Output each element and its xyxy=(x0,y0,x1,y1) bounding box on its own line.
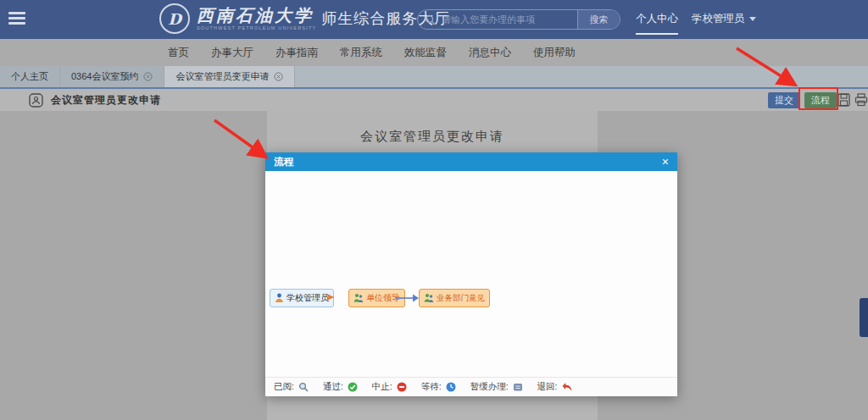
nav-item-supervision[interactable]: 效能监督 xyxy=(404,46,447,60)
tab-label: 会议室管理员变更申请 xyxy=(175,70,269,83)
flow-modal: 流程 × 学校管理员 ➤ 单位领导 业务部门意见 已阅: xyxy=(265,152,677,396)
legend-label: 中止: xyxy=(372,381,392,393)
flow-button[interactable]: 流程 xyxy=(804,92,837,108)
caret-down-icon xyxy=(749,17,756,21)
modal-title: 流程 xyxy=(274,156,293,169)
university-name-en: SOUTHWEST PETROLEUM UNIVERSITY xyxy=(197,26,316,31)
flow-node-label: 业务部门意见 xyxy=(437,293,485,304)
group-icon xyxy=(424,293,434,303)
search-button[interactable]: 搜索 xyxy=(577,10,620,29)
return-arrow-icon xyxy=(562,382,573,392)
tab-label: 个人主页 xyxy=(11,70,48,83)
search-bar: 搜索 xyxy=(417,9,620,30)
legend-label: 已阅: xyxy=(274,381,294,393)
role-dropdown-label: 学校管理员 xyxy=(692,12,745,26)
nav-item-guide[interactable]: 办事指南 xyxy=(275,46,318,60)
nav-item-systems[interactable]: 常用系统 xyxy=(340,46,382,60)
flow-node-label: 单位领导 xyxy=(366,292,400,304)
legend-terminated: 中止: xyxy=(372,381,407,393)
submit-button[interactable]: 提交 xyxy=(768,92,800,108)
form-toolbar: 会议室管理员更改申请 提交 流程 xyxy=(0,87,868,111)
legend-label: 退回: xyxy=(537,381,558,393)
annotation-arrow-to-modal xyxy=(214,120,264,156)
nav-item-help[interactable]: 使用帮助 xyxy=(533,46,576,60)
modal-header[interactable]: 流程 × xyxy=(265,152,677,171)
app-window: D 西南石油大学 SOUTHWEST PETROLEUM UNIVERSITY … xyxy=(0,0,868,420)
tab-strip: 个人主页 0364会议室预约 会议室管理员变更申请 xyxy=(0,66,868,87)
flow-node-label: 学校管理员 xyxy=(287,292,329,304)
legend-label: 通过: xyxy=(323,381,343,393)
save-icon[interactable] xyxy=(837,93,850,107)
flow-legend: 已阅: 通过: 中止: 等待: 暂缓办理: 退回: xyxy=(265,377,677,396)
form-title: 会议室管理员更改申请 xyxy=(267,111,598,145)
waiting-circle-icon xyxy=(446,382,456,392)
flow-node-school-admin[interactable]: 学校管理员 xyxy=(270,289,334,307)
top-header: D 西南石油大学 SOUTHWEST PETROLEUM UNIVERSITY … xyxy=(0,0,868,39)
modal-close-icon[interactable]: × xyxy=(662,156,669,168)
form-badge-icon xyxy=(29,93,43,108)
nav-item-service-hall[interactable]: 办事大厅 xyxy=(211,46,253,60)
legend-read: 已阅: xyxy=(274,381,309,393)
group-icon xyxy=(353,293,364,303)
legend-label: 等待: xyxy=(421,381,442,393)
tab-close-icon[interactable] xyxy=(143,72,153,81)
flow-chevron-icon: ➤ xyxy=(326,290,335,303)
person-icon xyxy=(275,293,284,303)
magnifier-icon xyxy=(298,382,309,392)
legend-returned: 退回: xyxy=(537,381,573,393)
university-name: 西南石油大学 xyxy=(197,7,316,24)
toolbar-title: 会议室管理员更改申请 xyxy=(51,93,161,108)
nav-item-messages[interactable]: 消息中心 xyxy=(469,46,511,60)
tab-admin-change-request[interactable]: 会议室管理员变更申请 xyxy=(164,66,295,87)
check-circle-icon xyxy=(348,382,358,392)
search-input[interactable] xyxy=(418,10,577,29)
search-icon xyxy=(425,14,436,25)
stop-circle-icon xyxy=(397,382,407,392)
main-nav: 首页 办事大厅 办事指南 常用系统 效能监督 消息中心 使用帮助 xyxy=(0,39,868,66)
tab-close-icon[interactable] xyxy=(274,72,283,81)
hamburger-menu-icon[interactable] xyxy=(8,12,25,25)
print-icon[interactable] xyxy=(854,93,868,107)
flow-node-business-dept[interactable]: 业务部门意见 xyxy=(419,289,490,307)
legend-postponed: 暂缓办理: xyxy=(470,381,523,393)
legend-label: 暂缓办理: xyxy=(470,381,509,393)
flow-diagram: 学校管理员 ➤ 单位领导 业务部门意见 xyxy=(265,171,677,377)
role-dropdown[interactable]: 学校管理员 xyxy=(692,12,756,26)
tab-meeting-room-booking[interactable]: 0364会议室预约 xyxy=(60,66,164,87)
nav-item-home[interactable]: 首页 xyxy=(168,46,189,60)
flow-node-unit-leader[interactable]: 单位领导 xyxy=(348,289,405,307)
legend-waiting: 等待: xyxy=(421,381,456,393)
legend-passed: 通过: xyxy=(323,381,358,393)
tab-personal-home[interactable]: 个人主页 xyxy=(0,66,60,87)
tab-label: 0364会议室预约 xyxy=(71,70,138,83)
university-logo-icon: D xyxy=(159,3,190,34)
pause-square-icon xyxy=(513,382,523,392)
side-floating-tab[interactable] xyxy=(860,298,868,337)
personal-center-link[interactable]: 个人中心 xyxy=(636,12,678,35)
